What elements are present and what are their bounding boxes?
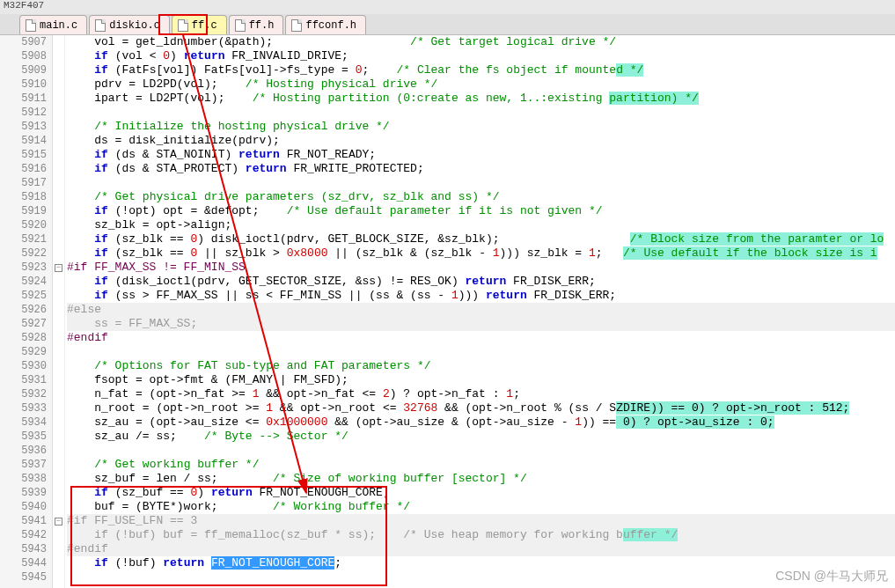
fold-cell: [53, 458, 64, 472]
code-line[interactable]: n_fat = (opt->n_fat >= 1 && opt->n_fat <…: [65, 387, 895, 401]
line-number: 5932: [0, 387, 47, 401]
fold-cell: [53, 77, 64, 92]
fold-cell: [53, 317, 64, 331]
code-line[interactable]: sz_buf = len / ss; /* Size of working bu…: [65, 472, 895, 486]
watermark: CSDN @牛马大师兄: [775, 569, 888, 584]
code-line[interactable]: if (sz_buf == 0) return FR_NOT_ENOUGH_CO…: [65, 486, 895, 500]
fold-cell: [53, 542, 64, 556]
fold-cell: [53, 289, 64, 303]
fold-cell: [53, 401, 64, 415]
line-number: 5930: [0, 359, 47, 373]
fold-cell: [53, 486, 64, 500]
fold-cell: [53, 35, 64, 49]
fold-cell: [53, 373, 64, 387]
code-line[interactable]: #endif: [65, 542, 895, 556]
code-line[interactable]: #endif: [65, 331, 895, 345]
code-line[interactable]: if (FatFs[vol]) FatFs[vol]->fs_type = 0;…: [65, 63, 895, 77]
fold-cell: [53, 204, 64, 218]
fold-cell[interactable]: −: [53, 261, 64, 275]
fold-cell: [53, 570, 64, 584]
line-number: 5934: [0, 415, 47, 430]
code-line[interactable]: buf = (BYTE*)work; /* Working buffer */: [65, 500, 895, 514]
line-number: 5909: [0, 63, 47, 77]
code-line[interactable]: /* Get working buffer */: [65, 458, 895, 472]
code-line[interactable]: #else: [65, 303, 895, 317]
tab-bar: main.cdiskio.cff.cff.hffconf.h: [0, 14, 895, 35]
code-line[interactable]: sz_au = (opt->au_size <= 0x1000000 && (o…: [65, 415, 895, 430]
fold-cell: [53, 444, 64, 458]
tab-ff-h[interactable]: ff.h: [229, 15, 284, 34]
code-line[interactable]: ds = disk_initialize(pdrv);: [65, 134, 895, 148]
code-line[interactable]: /* Get physical drive parameters (sz_drv…: [65, 190, 895, 204]
fold-cell: [53, 500, 64, 514]
window-title: M32F407: [0, 0, 895, 14]
code-line[interactable]: [65, 444, 895, 458]
line-number: 5907: [0, 35, 47, 49]
line-number: 5929: [0, 345, 47, 359]
line-number: 5939: [0, 486, 47, 500]
tab-main-c[interactable]: main.c: [19, 15, 87, 34]
file-icon: [26, 19, 36, 32]
fold-cell: [53, 528, 64, 542]
code-line[interactable]: if (!buf) return FR_NOT_ENOUGH_CORE;: [65, 556, 895, 570]
tab-label: ffconf.h: [305, 19, 356, 32]
code-line[interactable]: fsopt = opt->fmt & (FM_ANY | FM_SFD);: [65, 373, 895, 387]
code-line[interactable]: n_root = (opt->n_root >= 1 && opt->n_roo…: [65, 401, 895, 415]
code-line[interactable]: if (ds & STA_NOINIT) return FR_NOT_READY…: [65, 148, 895, 162]
code-line[interactable]: [65, 106, 895, 120]
code-line[interactable]: ss = FF_MAX_SS;: [65, 317, 895, 331]
tab-left-scroll[interactable]: [0, 15, 19, 34]
code-line[interactable]: if (disk_ioctl(pdrv, GET_SECTOR_SIZE, &s…: [65, 275, 895, 289]
fold-toggle-icon[interactable]: −: [55, 518, 62, 526]
line-number: 5921: [0, 232, 47, 246]
fold-cell: [53, 430, 64, 444]
editor: 5907590859095910591159125913591459155916…: [0, 35, 895, 588]
code-line[interactable]: /* Options for FAT sub-type and FAT para…: [65, 359, 895, 373]
line-number: 5943: [0, 542, 47, 556]
tab-label: diskio.c: [109, 19, 160, 32]
line-number: 5920: [0, 218, 47, 232]
line-number: 5923: [0, 261, 47, 275]
code-line[interactable]: [65, 345, 895, 359]
code-line[interactable]: if (sz_blk == 0 || sz_blk > 0x8000 || (s…: [65, 246, 895, 261]
fold-cell: [53, 556, 64, 570]
code-line[interactable]: [65, 176, 895, 190]
line-number: 5927: [0, 317, 47, 331]
code-line[interactable]: if (!buf) buf = ff_memalloc(sz_buf * ss)…: [65, 528, 895, 542]
line-number: 5942: [0, 528, 47, 542]
line-number-gutter: 5907590859095910591159125913591459155916…: [0, 35, 53, 588]
line-number: 5925: [0, 289, 47, 303]
fold-cell[interactable]: −: [53, 514, 64, 528]
code-line[interactable]: sz_blk = opt->align;: [65, 218, 895, 232]
code-line[interactable]: if (vol < 0) return FR_INVALID_DRIVE;: [65, 49, 895, 63]
fold-toggle-icon[interactable]: −: [55, 264, 62, 272]
fold-cell: [53, 415, 64, 430]
tab-ff-c[interactable]: ff.c: [172, 15, 227, 34]
line-number: 5918: [0, 190, 47, 204]
code-line[interactable]: #if FF_MAX_SS != FF_MIN_SS: [65, 261, 895, 275]
code-line[interactable]: if (ds & STA_PROTECT) return FR_WRITE_PR…: [65, 162, 895, 176]
tab-label: ff.h: [249, 19, 275, 32]
tab-ffconf-h[interactable]: ffconf.h: [285, 15, 366, 34]
tab-diskio-c[interactable]: diskio.c: [89, 15, 170, 34]
tab-label: main.c: [40, 19, 77, 32]
fold-cell: [53, 232, 64, 246]
code-line[interactable]: if (ss > FF_MAX_SS || ss < FF_MIN_SS || …: [65, 289, 895, 303]
fold-cell: [53, 345, 64, 359]
fold-column: −−: [53, 35, 65, 588]
code-line[interactable]: vol = get_ldnumber(&path); /* Get target…: [65, 35, 895, 49]
line-number: 5941: [0, 514, 47, 528]
code-line[interactable]: ipart = LD2PT(vol); /* Hosting partition…: [65, 92, 895, 106]
code-line[interactable]: pdrv = LD2PD(vol); /* Hosting physical d…: [65, 77, 895, 92]
code-line[interactable]: /* Initialize the hosting physical drive…: [65, 120, 895, 134]
code-line[interactable]: sz_au /= ss; /* Byte --> Sector */: [65, 430, 895, 444]
code-area[interactable]: vol = get_ldnumber(&path); /* Get target…: [65, 35, 895, 588]
line-number: 5917: [0, 176, 47, 190]
code-line[interactable]: #if FF_USE_LFN == 3: [65, 514, 895, 528]
line-number: 5931: [0, 373, 47, 387]
code-line[interactable]: if (sz_blk == 0) disk_ioctl(pdrv, GET_BL…: [65, 232, 895, 246]
line-number: 5928: [0, 331, 47, 345]
fold-cell: [53, 134, 64, 148]
code-line[interactable]: [65, 570, 895, 584]
code-line[interactable]: if (!opt) opt = &defopt; /* Use default …: [65, 204, 895, 218]
